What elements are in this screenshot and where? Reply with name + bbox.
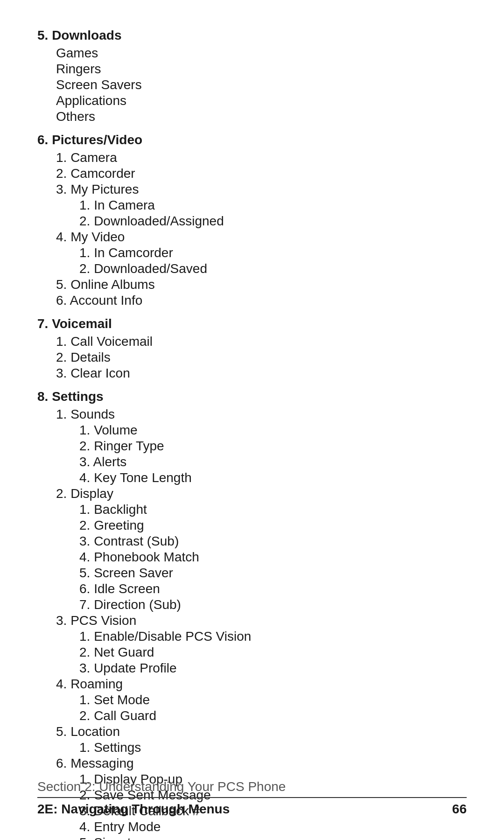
list-item: Games <box>56 46 467 61</box>
list-item: Applications <box>56 93 467 108</box>
list-item: 6. Messaging <box>56 756 467 771</box>
list-item: 2. Ringer Type <box>79 439 467 454</box>
list-item: 4. My Video <box>56 230 467 245</box>
list-item: 1. In Camcorder <box>79 245 467 260</box>
list-item: 4. Key Tone Length <box>79 470 467 485</box>
list-item: 1. Enable/Disable PCS Vision <box>79 629 467 644</box>
list-item: 1. Sounds <box>56 407 467 422</box>
section6-header: 6. Pictures/Video <box>37 133 467 147</box>
list-item: 6. Idle Screen <box>79 581 467 596</box>
list-item: 3. My Pictures <box>56 182 467 197</box>
list-item: 4. Roaming <box>56 677 467 692</box>
list-item: 1. Settings <box>79 740 467 755</box>
list-item: 1. Set Mode <box>79 693 467 707</box>
list-item: 2. Call Guard <box>79 708 467 723</box>
page-content: 5. Downloads Games Ringers Screen Savers… <box>0 0 504 840</box>
list-item: 1. In Camera <box>79 198 467 213</box>
list-item: 1. Camera <box>56 150 467 165</box>
list-item: 2. Net Guard <box>79 645 467 660</box>
list-item: 1. Call Voicemail <box>56 334 467 349</box>
list-item: 3. Alerts <box>79 455 467 469</box>
list-item: 5. Signature <box>79 835 467 840</box>
list-item: 3. Contrast (Sub) <box>79 534 467 549</box>
list-item: 3. Update Profile <box>79 661 467 676</box>
list-item: 2. Details <box>56 350 467 365</box>
list-item: 2. Downloaded/Saved <box>79 261 467 276</box>
list-item: Ringers <box>56 62 467 77</box>
footer-section-label: Section 2: Understanding Your PCS Phone <box>37 779 467 794</box>
list-item: 4. Phonebook Match <box>79 550 467 565</box>
list-item: 1. Volume <box>79 423 467 438</box>
list-item: Screen Savers <box>56 77 467 92</box>
footer: Section 2: Understanding Your PCS Phone … <box>0 779 504 817</box>
section8-header: 8. Settings <box>37 389 467 404</box>
list-item: 3. Clear Icon <box>56 366 467 381</box>
list-item: 2. Downloaded/Assigned <box>79 214 467 229</box>
list-item: Others <box>56 109 467 124</box>
list-item: 2. Display <box>56 486 467 501</box>
list-item: 7. Direction (Sub) <box>79 597 467 612</box>
list-item: 2. Camcorder <box>56 166 467 181</box>
section5-header: 5. Downloads <box>37 28 467 43</box>
footer-bottom: 2E: Navigating Through Menus 66 <box>37 797 467 817</box>
list-item: 2. Greeting <box>79 518 467 533</box>
list-item: 4. Entry Mode <box>79 819 467 834</box>
list-item: 5. Screen Saver <box>79 566 467 581</box>
list-item: 5. Location <box>56 724 467 739</box>
footer-nav-label: 2E: Navigating Through Menus <box>37 802 230 817</box>
list-item: 5. Online Albums <box>56 277 467 292</box>
section7-header: 7. Voicemail <box>37 316 467 331</box>
footer-page-number: 66 <box>452 802 467 817</box>
list-item: 6. Account Info <box>56 293 467 308</box>
list-item: 1. Backlight <box>79 502 467 517</box>
list-item: 3. PCS Vision <box>56 613 467 628</box>
